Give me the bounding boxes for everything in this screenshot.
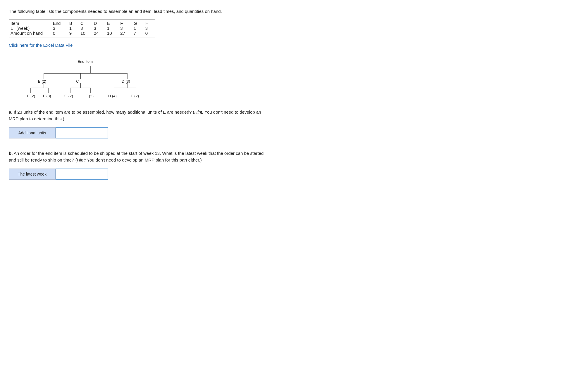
answer-b-row: The latest week [9, 169, 573, 180]
question-a-bold: a. [9, 110, 13, 115]
table-col-h: H30 [144, 19, 155, 37]
latest-week-input[interactable] [56, 169, 108, 180]
tree-node-d: D (3) [122, 79, 130, 84]
tree-node-h: H (4) [108, 94, 117, 98]
tree-node-b: B (2) [38, 79, 46, 84]
question-a-hint-label: Hint: [194, 110, 204, 115]
tree-node-e3: E (2) [131, 94, 139, 98]
tree-node-e2: E (2) [85, 94, 94, 98]
additional-units-label: Additional units [9, 127, 56, 138]
answer-a-row: Additional units [9, 127, 573, 138]
excel-link[interactable]: Click here for the Excel Data File [9, 43, 73, 48]
tree-node-e1: E (2) [27, 94, 35, 98]
question-a-text: a. If 23 units of the end item are to be… [9, 109, 573, 122]
table-col-f: F327 [118, 19, 132, 37]
latest-week-label: The latest week [9, 169, 56, 180]
tree-diagram: End Item B (2) C D (3) E (2) F (3) G (2)… [26, 59, 155, 106]
question-b-bold: b. [9, 151, 13, 156]
intro-text: The following table lists the components… [9, 9, 573, 14]
table-col-b: B19 [68, 19, 79, 37]
question-b-hint-label: Hint: [77, 157, 86, 162]
additional-units-input[interactable] [56, 127, 108, 138]
table-row-label-item: ItemLT (week)Amount on hand [9, 19, 51, 37]
table-col-end: End30 [51, 19, 68, 37]
tree-node-c: C [76, 79, 79, 84]
tree-node-g: G (2) [64, 94, 73, 98]
tree-end-item: End Item [78, 59, 93, 64]
table-col-e: E110 [105, 19, 118, 37]
data-table: ItemLT (week)Amount on hand End30 B19 C3… [9, 19, 155, 37]
question-b-text: b. An order for the end item is schedule… [9, 150, 573, 163]
tree-node-f: F (3) [43, 94, 51, 98]
table-col-c: C310 [79, 19, 92, 37]
table-col-d: D324 [92, 19, 105, 37]
table-col-g: G17 [132, 19, 144, 37]
